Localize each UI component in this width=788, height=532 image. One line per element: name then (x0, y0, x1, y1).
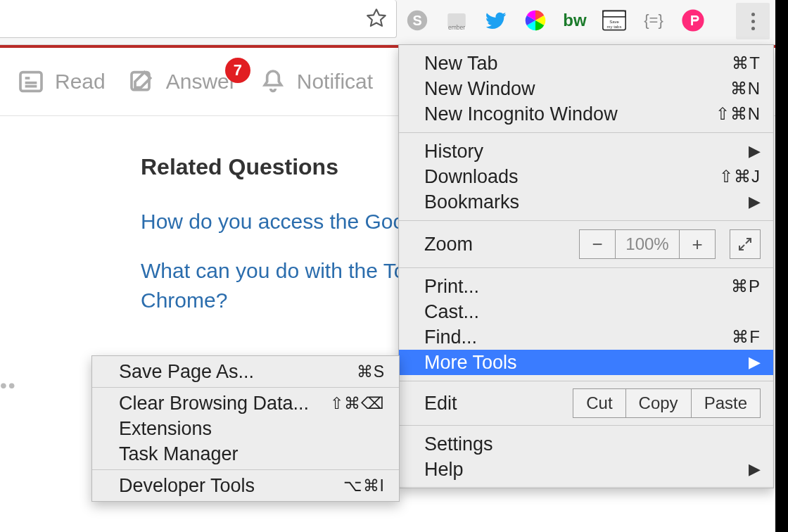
more-tools-submenu: Save Page As... ⌘S Clear Browsing Data..… (91, 355, 400, 502)
menu-zoom-label: Zoom (424, 234, 473, 255)
savemytabs-ext-icon[interactable]: Savemy tabs (602, 8, 626, 32)
fullscreen-button[interactable] (730, 229, 761, 259)
omnibox[interactable] (0, 0, 397, 38)
twitter-ext-icon[interactable] (484, 8, 508, 32)
edit-paste-button[interactable]: Paste (692, 388, 761, 418)
submenu-save-page-shortcut: ⌘S (357, 362, 385, 381)
browser-toolbar: S ember bw Savemy tabs {=} (0, 0, 775, 45)
tab-notifications-label: Notificat (297, 70, 373, 94)
menu-more-tools[interactable]: More Tools ▶ (399, 350, 773, 375)
answer-icon (128, 68, 156, 96)
submenu-extensions-label: Extensions (119, 418, 212, 440)
submenu-clear-data-label: Clear Browsing Data... (119, 393, 309, 414)
submenu-extensions[interactable]: Extensions (92, 416, 399, 441)
menu-find-shortcut: ⌘F (732, 327, 761, 347)
menu-history-label: History (424, 141, 483, 163)
submenu-developer-tools-shortcut: ⌥⌘I (343, 476, 385, 495)
pink-ext-icon[interactable] (681, 8, 705, 32)
edit-buttons: Cut Copy Paste (573, 388, 761, 418)
menu-incognito[interactable]: New Incognito Window ⇧⌘N (399, 101, 773, 127)
bookmark-star-icon[interactable] (365, 7, 388, 30)
submenu-clear-data-shortcut: ⇧⌘⌫ (330, 394, 385, 413)
menu-new-window-shortcut: ⌘N (730, 79, 761, 99)
colorwheel-ext-icon[interactable] (523, 8, 547, 32)
submenu-task-manager[interactable]: Task Manager (92, 441, 399, 467)
menu-settings[interactable]: Settings (399, 431, 773, 457)
bell-icon (259, 68, 287, 96)
tab-notifications[interactable]: Notificat (259, 68, 373, 96)
bw-ext-icon[interactable]: bw (563, 8, 587, 32)
menu-help-label: Help (424, 459, 464, 481)
zoom-value: 100% (616, 229, 679, 259)
menu-downloads-label: Downloads (424, 166, 519, 188)
chrome-menu-button[interactable] (736, 3, 770, 39)
menu-new-window-label: New Window (424, 78, 535, 100)
menu-print[interactable]: Print... ⌘P (399, 274, 773, 299)
read-icon (17, 68, 45, 96)
menu-edit-label: Edit (424, 393, 457, 414)
submenu-developer-tools-label: Developer Tools (119, 475, 255, 497)
menu-zoom: Zoom − 100% + (399, 221, 773, 267)
ellipsis-indicator: •• (0, 374, 17, 397)
window-edge (775, 0, 788, 532)
menu-new-tab-label: New Tab (424, 53, 498, 75)
answer-badge: 7 (225, 58, 250, 83)
menu-new-tab-shortcut: ⌘T (732, 53, 761, 73)
zoom-out-button[interactable]: − (579, 229, 616, 259)
svg-text:my tabs: my tabs (607, 25, 622, 29)
submenu-arrow-icon: ▶ (749, 142, 761, 160)
menu-separator (92, 387, 399, 388)
edit-copy-button[interactable]: Copy (626, 388, 692, 418)
skype-ext-icon[interactable]: S (405, 8, 429, 32)
submenu-developer-tools[interactable]: Developer Tools ⌥⌘I (92, 473, 399, 498)
menu-cast[interactable]: Cast... (399, 299, 773, 324)
submenu-save-page-label: Save Page As... (119, 361, 254, 383)
edit-cut-button[interactable]: Cut (573, 388, 625, 418)
menu-find[interactable]: Find... ⌘F (399, 324, 773, 350)
submenu-arrow-icon: ▶ (749, 193, 761, 211)
submenu-task-manager-label: Task Manager (119, 443, 239, 465)
menu-history[interactable]: History ▶ (399, 139, 773, 164)
zoom-in-button[interactable]: + (679, 229, 716, 259)
menu-separator (92, 469, 399, 470)
menu-edit: Edit Cut Copy Paste (399, 381, 773, 425)
related-question-link-2-line1: What can you do with the Tools (141, 259, 433, 282)
svg-text:ember: ember (448, 24, 465, 31)
tab-read-label: Read (55, 70, 106, 94)
menu-print-shortcut: ⌘P (731, 277, 761, 296)
menu-downloads[interactable]: Downloads ⇧⌘J (399, 164, 773, 189)
menu-downloads-shortcut: ⇧⌘J (719, 167, 761, 186)
braces-ext-icon[interactable]: {=} (642, 8, 666, 32)
submenu-arrow-icon: ▶ (749, 460, 761, 479)
extension-icons: S ember bw Savemy tabs {=} (405, 8, 705, 32)
menu-bookmarks[interactable]: Bookmarks ▶ (399, 189, 773, 215)
svg-text:S: S (412, 13, 421, 28)
menu-help[interactable]: Help ▶ (399, 457, 773, 482)
tab-read[interactable]: Read (17, 68, 106, 96)
menu-incognito-shortcut: ⇧⌘N (716, 104, 761, 124)
submenu-clear-data[interactable]: Clear Browsing Data... ⇧⌘⌫ (92, 391, 399, 416)
menu-new-window[interactable]: New Window ⌘N (399, 76, 773, 101)
fullscreen-icon (737, 236, 754, 253)
svg-text:Save: Save (609, 20, 619, 24)
menu-incognito-label: New Incognito Window (424, 103, 618, 125)
menu-more-tools-label: More Tools (424, 352, 517, 374)
menu-new-tab[interactable]: New Tab ⌘T (399, 51, 773, 76)
menu-print-label: Print... (424, 276, 479, 298)
related-question-link-2-line2: Chrome? (141, 289, 227, 312)
menu-cast-label: Cast... (424, 301, 479, 323)
menu-settings-label: Settings (424, 433, 493, 455)
chrome-main-menu: New Tab ⌘T New Window ⌘N New Incognito W… (398, 44, 774, 488)
submenu-arrow-icon: ▶ (749, 353, 761, 372)
zoom-controls: − 100% + (579, 229, 716, 259)
menu-find-label: Find... (424, 327, 477, 348)
menu-bookmarks-label: Bookmarks (424, 191, 519, 213)
ember-ext-icon[interactable]: ember (445, 8, 469, 32)
submenu-save-page[interactable]: Save Page As... ⌘S (92, 359, 399, 384)
tab-answer[interactable]: Answer 7 (128, 68, 236, 96)
